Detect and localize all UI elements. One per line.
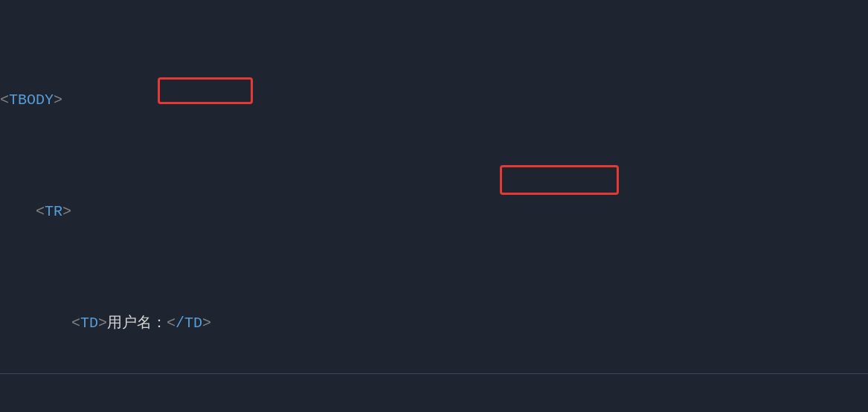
code-line: <TBODY>	[0, 89, 868, 112]
annotation-box-password	[500, 165, 619, 195]
code-line: <TD>用户名：</TD>	[0, 312, 868, 335]
horizontal-rule	[0, 373, 868, 374]
code-editor[interactable]: <TBODY> <TR> <TD>用户名：</TD> <TD colSpan="…	[0, 0, 868, 412]
code-line: <TR>	[0, 201, 868, 223]
